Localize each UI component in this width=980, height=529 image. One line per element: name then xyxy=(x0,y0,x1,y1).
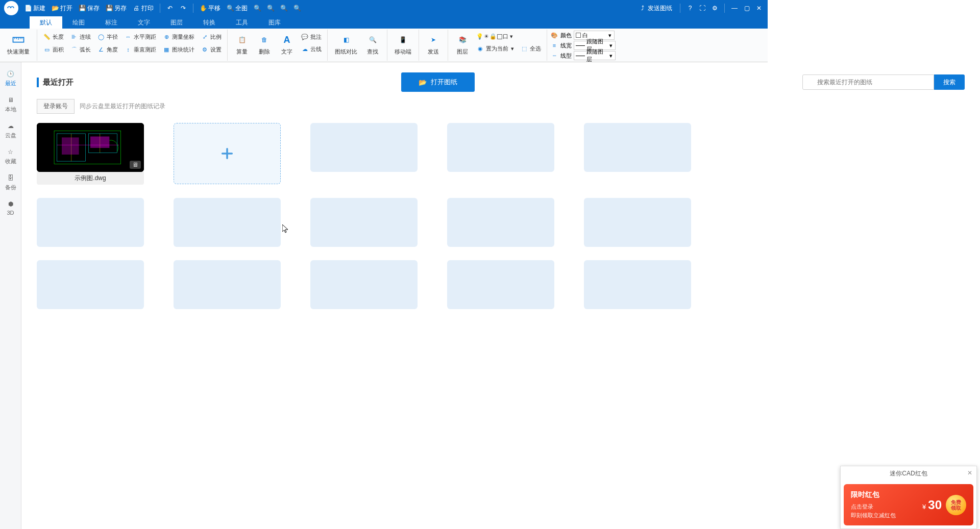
trash-icon: 🗑 xyxy=(257,33,272,47)
btn-settings[interactable]: ⚙设置 xyxy=(198,43,224,56)
file-card[interactable]: 🖥 示例图.dwg xyxy=(37,123,144,185)
minimize-button[interactable]: — xyxy=(730,4,739,13)
light-icon[interactable]: 💡 xyxy=(476,33,483,40)
placeholder-card xyxy=(447,198,554,247)
angle-icon: ∠ xyxy=(97,45,105,54)
sidebar-item-fav[interactable]: ☆收藏 xyxy=(0,144,21,168)
layer-toggles[interactable]: 💡 ☀ 🔒 口 ▾ xyxy=(474,31,544,42)
btn-coord[interactable]: ⊕测量坐标 xyxy=(160,31,197,43)
tab-draw[interactable]: 绘图 xyxy=(62,16,95,29)
settings-button[interactable]: ⚙ xyxy=(710,4,719,13)
btn-layer[interactable]: 📚图层 xyxy=(451,31,474,58)
btn-arc[interactable]: ⌒弧长 xyxy=(67,43,93,56)
btn-setcurrent[interactable]: ◉置为当前▾ xyxy=(474,42,518,55)
length-icon: 📏 xyxy=(43,33,51,41)
vdist-icon: ↕ xyxy=(124,45,132,54)
qat-zoom2[interactable]: 🔍 xyxy=(265,4,276,13)
qat-print[interactable]: 🖨打印 xyxy=(131,3,156,14)
btn-mobile[interactable]: 📱移动端 xyxy=(390,31,415,58)
area-icon: ▭ xyxy=(43,45,51,54)
chevron-down-icon: ▾ xyxy=(609,53,614,59)
btn-send[interactable]: ➤发送 xyxy=(422,31,445,58)
compare-icon: ◧ xyxy=(339,33,353,47)
qat-open[interactable]: 📂打开 xyxy=(50,3,75,14)
cloud-icon: ☁ xyxy=(301,45,309,53)
lock-icon[interactable]: 🔒 xyxy=(489,33,497,40)
tab-convert[interactable]: 转换 xyxy=(193,16,226,29)
ribbon-group-quick-measure: 快速测量 xyxy=(0,30,37,61)
btn-vdist[interactable]: ↕垂直测距 xyxy=(121,43,159,56)
sidebar-item-local[interactable]: 🖥本地 xyxy=(0,92,21,116)
linetype-select[interactable]: 跟随图层 ▾ xyxy=(574,51,616,60)
lw-preview xyxy=(576,45,585,46)
sidebar-item-cloud[interactable]: ☁云盘 xyxy=(0,118,21,142)
sidebar-item-3d[interactable]: ⬢3D xyxy=(0,196,21,219)
btn-batch-annotate[interactable]: 💬批注 xyxy=(298,31,324,43)
monitor-icon: 🖥 xyxy=(6,95,15,105)
linetype-icon: ┄ xyxy=(550,52,558,60)
qat-new[interactable]: 📄新建 xyxy=(22,3,47,14)
qat-zoom4[interactable]: 🔍 xyxy=(291,4,303,13)
add-card[interactable] xyxy=(174,123,281,184)
btn-find[interactable]: 🔍查找 xyxy=(361,31,384,58)
qat-pan[interactable]: ✋平移 xyxy=(198,3,223,14)
tab-layer[interactable]: 图层 xyxy=(160,16,193,29)
title-bar: 📄新建 📂打开 💾保存 💾另存 🖨打印 ↶ ↷ ✋平移 🔍全图 🔍 🔍 🔍 🔍 … xyxy=(0,0,768,16)
btn-hdist[interactable]: ↔水平测距 xyxy=(121,31,159,43)
phone-icon: 📱 xyxy=(396,33,410,47)
placeholder-card xyxy=(37,198,144,247)
qat-zoom1[interactable]: 🔍 xyxy=(252,4,263,13)
tab-annotate[interactable]: 标注 xyxy=(95,16,128,29)
send-drawing[interactable]: ⤴发送图纸 xyxy=(636,3,675,14)
sun-icon[interactable]: ☀ xyxy=(484,33,489,40)
sidebar-item-recent[interactable]: 🕒最近 xyxy=(0,66,21,90)
btn-compare[interactable]: ◧图纸对比 xyxy=(331,31,361,58)
sidebar-item-backup[interactable]: 🗄备份 xyxy=(0,170,21,194)
qat-undo[interactable]: ↶ xyxy=(164,4,176,13)
qat-saveas[interactable]: 💾另存 xyxy=(104,3,129,14)
chevron-down-icon[interactable]: ▾ xyxy=(509,33,514,40)
tab-default[interactable]: 默认 xyxy=(30,16,62,29)
qat-redo[interactable]: ↷ xyxy=(178,4,189,13)
select-all-icon: ⬚ xyxy=(520,44,528,53)
btn-radius[interactable]: ◯半径 xyxy=(94,31,120,43)
btn-continuous[interactable]: ⊪连续 xyxy=(67,31,93,43)
box-icon[interactable] xyxy=(497,34,502,39)
close-button[interactable]: ✕ xyxy=(754,4,764,13)
svg-rect-8 xyxy=(62,137,79,155)
btn-calc[interactable]: 📋算量 xyxy=(231,31,253,58)
maximize-icon: ▢ xyxy=(744,5,750,12)
btn-area[interactable]: ▭面积 xyxy=(40,43,66,56)
cube-icon: ⬢ xyxy=(6,199,15,209)
btn-length[interactable]: 📏长度 xyxy=(40,31,66,43)
placeholder-card xyxy=(447,260,554,309)
close-icon: ✕ xyxy=(756,5,762,12)
palette-icon: 🎨 xyxy=(550,31,558,39)
btn-scale[interactable]: ⤢比例 xyxy=(198,31,224,43)
quick-measure-button[interactable]: 快速测量 xyxy=(3,31,34,58)
tab-library[interactable]: 图库 xyxy=(258,16,291,29)
btn-text[interactable]: A文字 xyxy=(276,31,298,58)
btn-delete[interactable]: 🗑删除 xyxy=(253,31,276,58)
btn-cloud-line[interactable]: ☁云线 xyxy=(298,43,324,55)
open-drawing-button[interactable]: 📂 打开图纸 xyxy=(401,72,475,92)
btn-selectall[interactable]: ⬚全选 xyxy=(518,42,544,55)
undo-icon: ↶ xyxy=(166,5,174,12)
file-thumbnail: 🖥 xyxy=(37,123,144,172)
qat-zoom3[interactable]: 🔍 xyxy=(278,4,289,13)
svg-rect-7 xyxy=(90,137,109,148)
login-button[interactable]: 登录账号 xyxy=(37,99,75,114)
qat-zoomfit[interactable]: 🔍全图 xyxy=(225,3,250,14)
qat-save[interactable]: 💾保存 xyxy=(77,3,102,14)
zoom-in-icon: 🔍 xyxy=(254,5,261,12)
btn-angle[interactable]: ∠角度 xyxy=(94,43,120,56)
prop-linetype: ┄ 线型 跟随图层 ▾ xyxy=(550,51,616,60)
zoom-out-icon: 🔍 xyxy=(293,5,301,12)
fullscreen-button[interactable]: ⛶ xyxy=(698,4,707,13)
section-title: 最近打开 xyxy=(37,78,74,87)
tab-tools[interactable]: 工具 xyxy=(226,16,258,29)
maximize-button[interactable]: ▢ xyxy=(742,4,751,13)
btn-blockstat[interactable]: ▦图块统计 xyxy=(160,43,197,56)
tab-text[interactable]: 文字 xyxy=(128,16,160,29)
help-button[interactable]: ? xyxy=(685,4,695,13)
